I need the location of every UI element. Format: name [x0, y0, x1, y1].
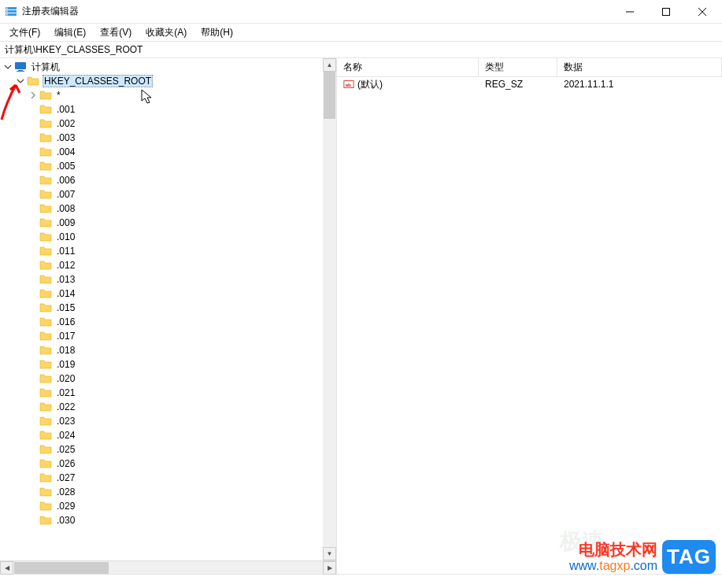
tree-node-ext[interactable]: .027 — [0, 471, 336, 485]
tree-horizontal-scrollbar[interactable]: ◀ ▶ — [0, 560, 336, 574]
tree-label: .006 — [55, 175, 76, 186]
maximize-button[interactable] — [648, 0, 684, 24]
tree-node-ext[interactable]: .002 — [0, 116, 336, 131]
column-name[interactable]: 名称 — [337, 58, 479, 76]
tree-node-ext[interactable]: .021 — [0, 386, 336, 400]
menu-view[interactable]: 查看(V) — [94, 24, 138, 41]
expand-icon[interactable] — [27, 89, 39, 102]
tree-label: .013 — [55, 274, 76, 285]
folder-icon — [39, 245, 52, 257]
svg-rect-4 — [6, 10, 8, 12]
scroll-track[interactable] — [13, 561, 323, 575]
address-bar[interactable]: 计算机\HKEY_CLASSES_ROOT — [0, 41, 722, 58]
tree-vertical-scrollbar[interactable]: ▲ ▼ — [323, 58, 336, 560]
tree-node-ext[interactable]: .012 — [0, 258, 336, 272]
statusbar — [0, 574, 722, 588]
list-row[interactable]: ab (默认) REG_SZ 2021.11.1.1 — [337, 77, 722, 91]
folder-icon — [39, 358, 52, 371]
value-name: (默认) — [357, 78, 383, 91]
tree-node-ext[interactable]: .005 — [0, 159, 336, 173]
tree-node-ext[interactable]: .018 — [0, 343, 336, 357]
column-data[interactable]: 数据 — [557, 58, 722, 76]
tree-node-ext[interactable]: .025 — [0, 442, 336, 457]
tree-label: .015 — [55, 302, 76, 313]
svg-rect-11 — [16, 63, 25, 68]
tree-node-hkcr[interactable]: HKEY_CLASSES_ROOT — [0, 74, 336, 88]
folder-icon — [39, 160, 52, 172]
svg-rect-5 — [6, 13, 8, 15]
tree-node-ext[interactable]: .024 — [0, 428, 336, 442]
tree-label: .020 — [55, 373, 76, 384]
expand-icon[interactable] — [14, 75, 27, 87]
tree-node-ext[interactable]: .026 — [0, 457, 336, 471]
tree-node-ext[interactable]: .022 — [0, 400, 336, 414]
tree-label: .002 — [55, 118, 76, 129]
svg-rect-3 — [6, 7, 8, 9]
tree-node-ext[interactable]: .003 — [0, 131, 336, 145]
tree-body[interactable]: 计算机 HKEY_CLASSES_ROOT — [0, 58, 336, 560]
menu-favorites[interactable]: 收藏夹(A) — [139, 24, 193, 41]
tree-label: .027 — [55, 472, 76, 483]
folder-icon — [39, 514, 52, 527]
tree-node-ext[interactable]: .029 — [0, 499, 336, 513]
scroll-track[interactable] — [323, 72, 336, 547]
tree-node-ext[interactable]: .001 — [0, 102, 336, 116]
svg-rect-12 — [18, 70, 23, 71]
tree-node-star[interactable]: * — [0, 88, 336, 102]
column-type[interactable]: 类型 — [479, 58, 557, 76]
tree-node-ext[interactable]: .009 — [0, 216, 336, 230]
tree-label: .004 — [55, 146, 76, 157]
scroll-left-icon[interactable]: ◀ — [0, 561, 13, 575]
tree-node-ext[interactable]: .008 — [0, 202, 336, 216]
folder-icon — [39, 103, 52, 116]
tree-node-ext[interactable]: .028 — [0, 485, 336, 499]
list-header: 名称 类型 数据 — [337, 58, 722, 77]
tree-node-ext[interactable]: .017 — [0, 329, 336, 343]
tree-node-ext[interactable]: .015 — [0, 301, 336, 315]
tree-node-ext[interactable]: .019 — [0, 357, 336, 372]
tree-pane: 计算机 HKEY_CLASSES_ROOT — [0, 58, 337, 574]
tree-label: .008 — [55, 203, 76, 214]
menu-help[interactable]: 帮助(H) — [194, 24, 239, 41]
tree-node-ext[interactable]: .030 — [0, 513, 336, 527]
tree-node-ext[interactable]: .004 — [0, 145, 336, 159]
tree-node-ext[interactable]: .007 — [0, 187, 336, 202]
menu-edit[interactable]: 编辑(E) — [48, 24, 92, 41]
tree-node-ext[interactable]: .023 — [0, 414, 336, 428]
tree-node-ext[interactable]: .013 — [0, 272, 336, 287]
tree-label: * — [55, 90, 62, 101]
scroll-thumb[interactable] — [324, 72, 335, 119]
tree-node-computer[interactable]: 计算机 — [0, 60, 336, 74]
tree-node-ext[interactable]: .011 — [0, 244, 336, 258]
expand-icon[interactable] — [2, 61, 14, 73]
tree-node-ext[interactable]: .014 — [0, 287, 336, 301]
scroll-thumb[interactable] — [14, 562, 109, 574]
scroll-down-icon[interactable]: ▼ — [323, 547, 336, 560]
folder-icon — [27, 75, 39, 87]
menu-file[interactable]: 文件(F) — [3, 24, 46, 41]
tree-label: .017 — [55, 331, 76, 342]
tree-label: .010 — [55, 231, 76, 242]
tree-label: .030 — [55, 515, 76, 526]
folder-icon — [39, 429, 52, 442]
tree-label: .019 — [55, 359, 76, 370]
tree-label: .003 — [55, 132, 76, 143]
folder-icon — [39, 330, 52, 342]
tree-node-ext[interactable]: .016 — [0, 315, 336, 329]
folder-icon — [39, 500, 52, 512]
folder-icon — [39, 486, 52, 498]
close-button[interactable] — [684, 0, 720, 24]
scroll-right-icon[interactable]: ▶ — [323, 561, 336, 575]
tree-node-ext[interactable]: .010 — [0, 230, 336, 244]
minimize-button[interactable] — [612, 0, 648, 24]
tree-node-ext[interactable]: .020 — [0, 372, 336, 386]
folder-icon — [39, 443, 52, 456]
watermark-cn: 电脑技术网 — [579, 541, 657, 559]
tree-node-ext[interactable]: .006 — [0, 173, 336, 187]
tree-label: .009 — [55, 217, 76, 228]
folder-icon — [39, 202, 52, 215]
watermark-url: www.tagxp.com — [569, 559, 657, 573]
folder-icon — [39, 231, 52, 243]
scroll-up-icon[interactable]: ▲ — [323, 58, 336, 72]
folder-icon — [39, 457, 52, 470]
